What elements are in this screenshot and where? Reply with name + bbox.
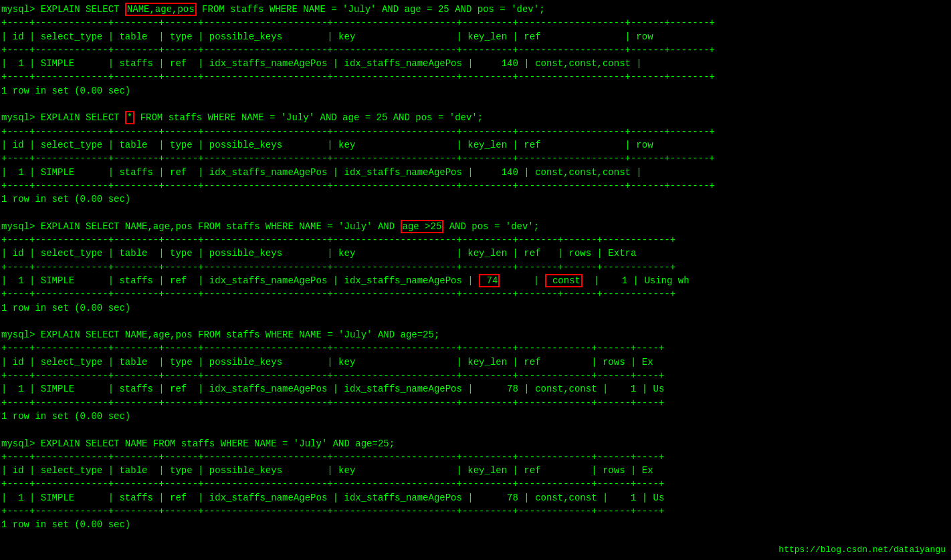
- highlight-ref-const: const: [545, 274, 583, 287]
- highlight-star: *: [125, 111, 134, 124]
- result-4: 1 row in set (0.00 sec): [0, 410, 951, 423]
- row-2: | 1 | SIMPLE | staffs | ref | idx_staffs…: [0, 166, 951, 179]
- highlight-keylen-74: 74: [479, 274, 500, 287]
- separator-3b: +----+-------------+--------+------+----…: [0, 261, 951, 274]
- separator-2c: +----+-------------+--------+------+----…: [0, 179, 951, 192]
- command-line-3: mysql> EXPLAIN SELECT NAME,age,pos FROM …: [0, 220, 951, 233]
- header-1: | id | select_type | table | type | poss…: [0, 30, 951, 43]
- result-2: 1 row in set (0.00 sec): [0, 192, 951, 206]
- terminal: mysql> EXPLAIN SELECT NAME,age,pos FROM …: [0, 0, 951, 535]
- header-2: | id | select_type | table | type | poss…: [0, 138, 951, 152]
- blank-1: [0, 98, 951, 111]
- blank-4: [0, 423, 951, 436]
- separator-2a: +----+-------------+--------+------+----…: [0, 125, 951, 138]
- row-3: | 1 | SIMPLE | staffs | ref | idx_staffs…: [0, 274, 951, 287]
- row-1: | 1 | SIMPLE | staffs | ref | idx_staffs…: [0, 57, 951, 70]
- command-line-1: mysql> EXPLAIN SELECT NAME,age,pos FROM …: [0, 3, 951, 16]
- blank-2: [0, 206, 951, 219]
- highlight-age-gt25: age >25: [401, 220, 444, 233]
- separator-4c: +----+-------------+--------+------+----…: [0, 396, 951, 410]
- separator-2b: +----+-------------+--------+------+----…: [0, 152, 951, 165]
- separator-3c: +----+-------------+--------+------+----…: [0, 287, 951, 301]
- separator-3a: +----+-------------+--------+------+----…: [0, 233, 951, 247]
- separator-1c: +----+-------------+--------+------+----…: [0, 70, 951, 84]
- highlight-name-age-pos: NAME,age,pos: [125, 3, 197, 16]
- separator-5a: +----+-------------+--------+------+----…: [0, 450, 951, 464]
- command-line-5: mysql> EXPLAIN SELECT NAME FROM staffs W…: [0, 437, 951, 450]
- row-4: | 1 | SIMPLE | staffs | ref | idx_staffs…: [0, 382, 951, 396]
- separator-1a: +----+-------------+--------+------+----…: [0, 16, 951, 29]
- separator-1b: +----+-------------+--------+------+----…: [0, 43, 951, 57]
- separator-4a: +----+-------------+--------+------+----…: [0, 341, 951, 355]
- separator-5c: +----+-------------+--------+------+----…: [0, 505, 951, 518]
- result-3: 1 row in set (0.00 sec): [0, 301, 951, 315]
- separator-5b: +----+-------------+--------+------+----…: [0, 477, 951, 491]
- row-5: | 1 | SIMPLE | staffs | ref | idx_staffs…: [0, 491, 951, 505]
- result-1: 1 row in set (0.00 sec): [0, 84, 951, 98]
- header-4: | id | select_type | table | type | poss…: [0, 356, 951, 369]
- separator-4b: +----+-------------+--------+------+----…: [0, 369, 951, 382]
- command-line-2: mysql> EXPLAIN SELECT * FROM staffs WHER…: [0, 111, 951, 124]
- header-5: | id | select_type | table | type | poss…: [0, 464, 951, 477]
- page-url: https://blog.csdn.net/dataiyangu: [778, 545, 946, 555]
- blank-3: [0, 315, 951, 328]
- header-3: | id | select_type | table | type | poss…: [0, 247, 951, 260]
- command-line-4: mysql> EXPLAIN SELECT NAME,age,pos FROM …: [0, 328, 951, 341]
- result-5: 1 row in set (0.00 sec): [0, 518, 951, 531]
